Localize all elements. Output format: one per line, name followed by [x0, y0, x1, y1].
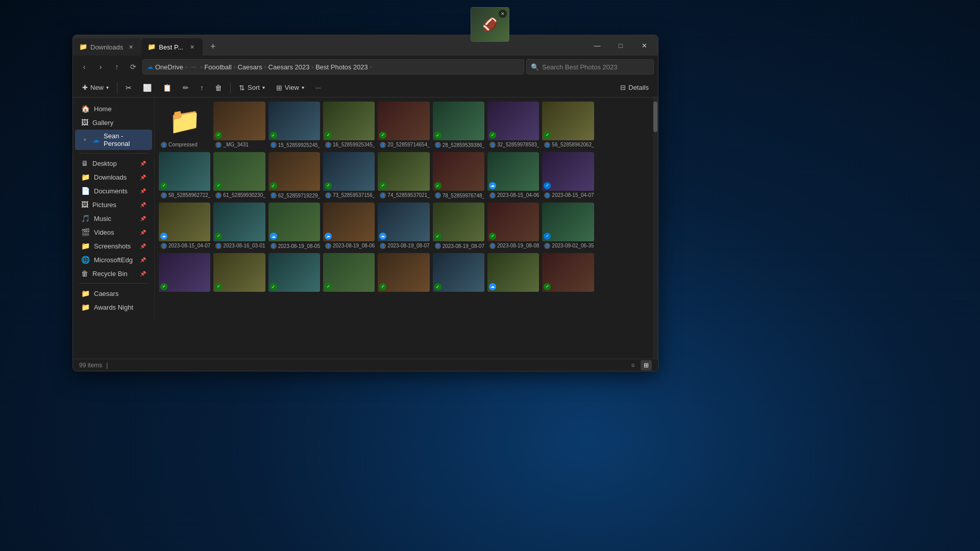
tab-downloads-close[interactable]: ✕ [126, 42, 135, 52]
share-icon: ↑ [200, 84, 204, 92]
search-box[interactable]: 🔍 Search Best Photos 2023 [526, 59, 654, 74]
right-scrollbar[interactable] [653, 97, 658, 359]
details-button[interactable]: ⊟ Details [615, 80, 654, 95]
photo-2023-8[interactable]: ✓ 👤 2023-08-19_08-07-45 [433, 203, 484, 250]
photo-2023-6-thumb: ☁ [323, 203, 375, 241]
preview-close-button[interactable]: ✕ [499, 10, 507, 18]
new-button[interactable]: ✚ New ▾ [77, 80, 114, 95]
photo-mg3431[interactable]: ✓ 👤 _MG_3431 [213, 102, 265, 149]
view-button[interactable]: ⊞ View ▾ [271, 80, 309, 95]
sidebar-item-sean-personal[interactable]: ▾ ☁ Sean - Personal [75, 130, 152, 150]
photo-58[interactable]: ✓ 👤 58_52858962722_o [159, 152, 210, 199]
photo-r1c2[interactable]: ✓ [213, 253, 265, 294]
photo-r1c5[interactable]: ✓ [378, 253, 429, 294]
photo-74[interactable]: ✓ 👤 74_52859537021_o [378, 152, 429, 199]
user-icon: 👤 [380, 243, 386, 249]
user-icon: 👤 [544, 243, 550, 249]
tab-best-photos[interactable]: 📁 Best P... ✕ [141, 38, 203, 56]
photo-r1c6[interactable]: ✓ [433, 253, 484, 294]
photo-r1c8[interactable]: ✓ [542, 253, 594, 294]
photo-r1c1[interactable]: ✓ [159, 253, 210, 294]
photo-2023-9[interactable]: ✓ 👤 2023-08-19_08-08-30 [487, 203, 539, 250]
sidebar-item-downloads[interactable]: 📁 Downloads 📌 [75, 170, 152, 184]
photo-2023-2[interactable]: ✓ 👤 2023-08-15_04-07-07 [542, 152, 594, 199]
microsoftedg-icon: 🌐 [81, 256, 90, 264]
sidebar-item-microsoftedg[interactable]: 🌐 MicrosoftEdg 📌 [75, 253, 152, 266]
folder-compressed[interactable]: 📁 👤 Compressed [159, 102, 210, 149]
photo-16[interactable]: ✓ 👤 16_52859925345_o [323, 102, 375, 149]
photo-2023-4[interactable]: ✓ 👤 2023-08-16_03-01-18 [213, 203, 265, 250]
user-icon: 👤 [544, 192, 550, 198]
sidebar-item-screenshots[interactable]: 📁 Screenshots 📌 [75, 239, 152, 253]
photo-73[interactable]: ✓ 👤 73_52859537156_o [323, 152, 375, 199]
view-grid-toggle[interactable]: ⊞ [641, 360, 652, 370]
paste-button[interactable]: 📋 [158, 80, 177, 95]
tab-bestphotos-close[interactable]: ✕ [187, 42, 197, 52]
user-icon: 👤 [435, 142, 441, 148]
breadcrumb-more[interactable]: ··· [189, 63, 199, 70]
sidebar-item-gallery[interactable]: 🖼 Gallery [75, 116, 152, 129]
breadcrumb-onedrive[interactable]: ☁ OneDrive [147, 63, 183, 71]
onedrive-icon: ☁ [147, 63, 153, 70]
photo-2023-3[interactable]: ☁ 👤 2023-08-15_04-07-22 [159, 203, 210, 250]
sidebar-item-pictures[interactable]: 🖼 Pictures 📌 [75, 198, 152, 211]
breadcrumb-bestphotos[interactable]: Best Photos 2023 [315, 63, 368, 71]
photo-2023-7[interactable]: ☁ 👤 2023-08-19_08-07-12 [378, 203, 429, 250]
sidebar-item-home[interactable]: 🏠 Home [75, 102, 152, 115]
photo-78-name: 👤 78_52859976748_o [433, 191, 484, 199]
breadcrumb-caesars[interactable]: Caesars [237, 63, 262, 71]
photo-r1c7-name [487, 292, 539, 294]
breadcrumb[interactable]: ☁ OneDrive › ··· › Foootball › Caesars ›… [142, 59, 524, 74]
back-button[interactable]: ‹ [77, 60, 91, 74]
photo-r1c4[interactable]: ✓ [323, 253, 375, 294]
photo-20[interactable]: ✓ 👤 20_52859714654_o [378, 102, 429, 149]
photo-61[interactable]: ✓ 👤 61_52859930230_o [213, 152, 265, 199]
cut-button[interactable]: ✂ [120, 80, 137, 95]
user-icon: 👤 [215, 142, 222, 148]
photo-grid-area[interactable]: 📁 👤 Compressed ✓ 👤 _MG_3431 [155, 97, 653, 359]
sort-button[interactable]: ⇅ Sort ▾ [234, 80, 270, 95]
copy-button[interactable]: ⬜ [138, 80, 157, 95]
maximize-button[interactable]: □ [609, 37, 632, 54]
sidebar-item-music[interactable]: 🎵 Music 📌 [75, 212, 152, 225]
sidebar-item-recycle-bin[interactable]: 🗑 Recycle Bin 📌 [75, 267, 152, 280]
photo-32[interactable]: ✓ 👤 32_52859978583_o [487, 102, 539, 149]
refresh-button[interactable]: ⟳ [126, 60, 140, 74]
cmd-right: ⊟ Details [615, 80, 654, 95]
photo-2023-1[interactable]: ☁ 👤 2023-08-15_04-06-45 [487, 152, 539, 199]
forward-button[interactable]: › [93, 60, 108, 74]
share-button[interactable]: ↑ [195, 80, 209, 95]
up-button[interactable]: ↑ [110, 60, 124, 74]
sidebar-item-caesars[interactable]: 📁 Caesars [75, 287, 152, 300]
rename-button[interactable]: ✏ [178, 80, 194, 95]
photo-62[interactable]: ✓ 👤 62_52859719229_o [268, 152, 320, 199]
photo-r1c8-name [542, 292, 594, 294]
more-options-button[interactable]: ··· [310, 80, 326, 95]
tab-add-button[interactable]: + [205, 38, 221, 55]
view-list-toggle[interactable]: ≡ [627, 360, 639, 370]
photo-r1c3-badge: ✓ [270, 283, 277, 290]
photo-2023-9-thumb: ✓ [487, 203, 539, 241]
photo-61-thumb: ✓ [213, 152, 265, 191]
sep2: › [201, 64, 203, 70]
breadcrumb-foootball[interactable]: Foootball [204, 63, 231, 71]
breadcrumb-caesars2023[interactable]: Caesars 2023 [268, 63, 310, 71]
photo-r1c3[interactable]: ✓ [268, 253, 320, 294]
photo-r1c7[interactable]: ☁ [487, 253, 539, 294]
tab-downloads[interactable]: 📁 Downloads ✕ [73, 38, 141, 56]
sidebar-item-awards-night[interactable]: 📁 Awards Night [75, 300, 152, 314]
photo-2023-10[interactable]: ✓ 👤 2023-09-02_06-35-10 [542, 203, 594, 250]
sidebar-item-videos[interactable]: 🎬 Videos 📌 [75, 226, 152, 239]
photo-78[interactable]: ✓ 👤 78_52859976748_o [433, 152, 484, 199]
photo-2023-6[interactable]: ☁ 👤 2023-08-19_08-06-47 [323, 203, 375, 250]
photo-2023-5[interactable]: ☁ 👤 2023-08-19_08-05-27 [268, 203, 320, 250]
close-button[interactable]: ✕ [632, 37, 656, 54]
minimize-button[interactable]: — [585, 37, 609, 54]
scrollbar-thumb[interactable] [653, 102, 657, 132]
photo-56[interactable]: ✓ 👤 56_52858962062_o [542, 102, 594, 149]
delete-button[interactable]: 🗑 [210, 80, 227, 95]
photo-15[interactable]: ✓ 👤 15_52859925245_o [268, 102, 320, 149]
sidebar-item-desktop[interactable]: 🖥 Desktop 📌 [75, 157, 152, 170]
sidebar-item-documents[interactable]: 📄 Documents 📌 [75, 184, 152, 197]
photo-28[interactable]: ✓ 👤 28_52859539386_o [433, 102, 484, 149]
